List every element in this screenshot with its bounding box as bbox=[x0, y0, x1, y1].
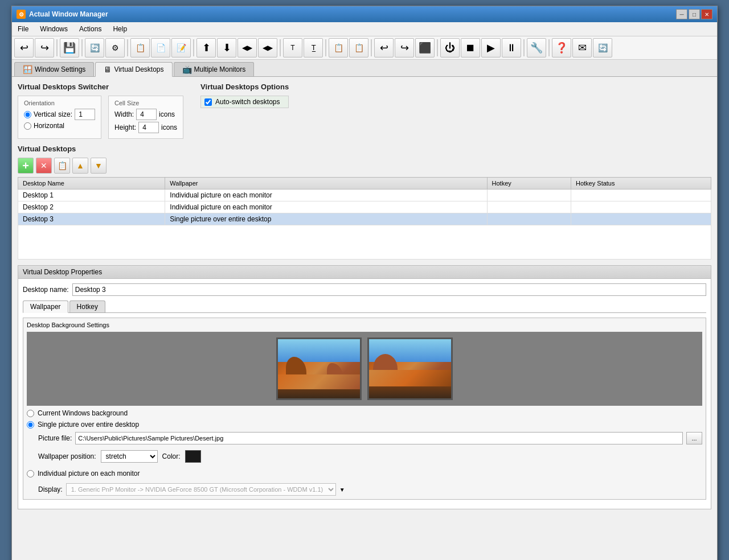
toolbar-right[interactable]: ◀▶ bbox=[258, 38, 277, 57]
tab-hotkey[interactable]: Hotkey bbox=[69, 300, 105, 312]
current-windows-option: Current Windows background bbox=[27, 409, 702, 417]
add-desktop-button[interactable]: + bbox=[18, 158, 34, 174]
single-picture-radio[interactable] bbox=[27, 421, 34, 429]
menu-actions[interactable]: Actions bbox=[73, 23, 107, 35]
main-tabs: 🪟 Window Settings 🖥 Virtual Desktops 📺 M… bbox=[12, 60, 717, 77]
menu-file[interactable]: File bbox=[12, 23, 34, 35]
table-row[interactable]: Desktop 1 Individual picture on each mon… bbox=[18, 190, 711, 201]
desktop-2-wallpaper: Individual picture on each monitor bbox=[165, 201, 487, 213]
height-row: Height: icons bbox=[114, 122, 177, 133]
toolbar-sep-10 bbox=[548, 39, 550, 56]
table-row-selected[interactable]: Desktop 3 Single picture over entire des… bbox=[18, 213, 711, 225]
wallpaper-position-select[interactable]: stretch center tile fit fill bbox=[101, 450, 158, 463]
file-row: Picture file: ... bbox=[38, 432, 702, 444]
toolbar-halt[interactable]: ⏹ bbox=[461, 38, 480, 57]
desktop-1-name: Desktop 1 bbox=[18, 190, 165, 201]
bg-settings-label: Desktop Background Settings bbox=[27, 322, 702, 328]
minimize-button[interactable]: ─ bbox=[676, 9, 687, 19]
current-windows-label: Current Windows background bbox=[38, 409, 128, 417]
virtual-desktops-section: Virtual Desktops + ✕ 📋 ▲ ▼ Desktop Name … bbox=[18, 145, 711, 260]
toolbar-text1[interactable]: T bbox=[283, 38, 302, 57]
toolbar-up[interactable]: ⬆ bbox=[196, 38, 216, 57]
menu-help[interactable]: Help bbox=[107, 23, 133, 35]
tab-wallpaper[interactable]: Wallpaper bbox=[23, 300, 68, 313]
vertical-radio[interactable] bbox=[24, 111, 31, 118]
toolbar-sep-2 bbox=[81, 39, 83, 56]
desktop-bg-section: Desktop Background Settings bbox=[23, 318, 706, 500]
vertical-label: Vertical bbox=[34, 110, 56, 118]
toolbar-help[interactable]: ❓ bbox=[552, 38, 571, 57]
toolbar-edit[interactable]: 📝 bbox=[171, 38, 191, 57]
auto-switch-row: Auto-switch desktops bbox=[200, 96, 289, 108]
height-input[interactable] bbox=[138, 122, 159, 133]
table-row[interactable]: Desktop 2 Individual picture on each mon… bbox=[18, 201, 711, 213]
monitor-1-image bbox=[278, 339, 360, 398]
width-row: Width: icons bbox=[114, 109, 177, 120]
toolbar-down[interactable]: ⬇ bbox=[217, 38, 236, 57]
toolbar-stop[interactable]: ⬛ bbox=[415, 38, 435, 57]
toolbar-sep-5 bbox=[280, 39, 281, 56]
col-desktop-name: Desktop Name bbox=[18, 178, 165, 190]
tab-multiple-monitors[interactable]: 📺 Multiple Monitors bbox=[174, 62, 255, 76]
toolbar-forward[interactable]: ↪ bbox=[395, 38, 414, 57]
menu-windows[interactable]: Windows bbox=[34, 23, 73, 35]
desktop-name-input[interactable] bbox=[72, 283, 706, 296]
toolbar-sync[interactable]: 🔄 bbox=[593, 38, 612, 57]
toolbar-copy[interactable]: 📋 bbox=[130, 38, 150, 57]
toolbar-paste[interactable]: 📄 bbox=[151, 38, 170, 57]
desktop-3-wallpaper: Single picture over entire desktop bbox=[165, 213, 487, 225]
toolbar-power[interactable]: ⏻ bbox=[440, 38, 460, 57]
toolbar-play[interactable]: ▶ bbox=[481, 38, 501, 57]
width-input[interactable] bbox=[136, 109, 157, 120]
color-button[interactable] bbox=[185, 450, 201, 463]
virtual-desktops-title: Virtual Desktops bbox=[18, 145, 711, 153]
height-unit: icons bbox=[161, 123, 177, 131]
toolbar-refresh[interactable]: 🔄 bbox=[85, 38, 104, 57]
toolbar-sep-3 bbox=[127, 39, 128, 56]
toolbar-clip1[interactable]: 📋 bbox=[329, 38, 348, 57]
toolbar-back[interactable]: ↩ bbox=[374, 38, 394, 57]
auto-switch-checkbox[interactable] bbox=[204, 98, 212, 106]
toolbar-settings[interactable]: ⚙ bbox=[105, 38, 125, 57]
height-label: Height: bbox=[114, 123, 136, 131]
window-settings-tab-icon: 🪟 bbox=[23, 65, 32, 74]
display-label: Display: bbox=[38, 485, 63, 493]
remove-desktop-button[interactable]: ✕ bbox=[36, 158, 52, 174]
toolbar-text2[interactable]: T̲ bbox=[304, 38, 323, 57]
individual-radio[interactable] bbox=[27, 470, 34, 477]
horizontal-radio[interactable] bbox=[24, 122, 31, 130]
desktop-name-row: Desktop name: bbox=[23, 283, 706, 296]
toolbar-mail[interactable]: ✉ bbox=[572, 38, 592, 57]
display-row: Display: 1. Generic PnP Monitor -> NVIDI… bbox=[38, 483, 702, 496]
toolbar-undo[interactable]: ↩ bbox=[14, 38, 34, 57]
vd-toolbar: + ✕ 📋 ▲ ▼ bbox=[18, 158, 711, 174]
maximize-button[interactable]: □ bbox=[689, 9, 700, 19]
browse-button[interactable]: ... bbox=[686, 432, 702, 444]
current-windows-radio[interactable] bbox=[27, 410, 34, 417]
toolbar-left[interactable]: ◀▶ bbox=[237, 38, 257, 57]
desktop-2-hotkey bbox=[487, 201, 571, 213]
tab-virtual-desktops[interactable]: 🖥 Virtual Desktops bbox=[95, 62, 172, 77]
display-select[interactable]: 1. Generic PnP Monitor -> NVIDIA GeForce… bbox=[66, 483, 336, 496]
window-settings-tab-label: Window Settings bbox=[35, 65, 85, 73]
auto-switch-label: Auto-switch desktops bbox=[215, 98, 280, 106]
color-label: Color: bbox=[162, 452, 181, 460]
desktop-3-hotkey bbox=[487, 213, 571, 225]
content-area: Virtual Desktops Switcher Orientation Ve… bbox=[12, 77, 717, 560]
toolbar-save[interactable]: 💾 bbox=[60, 38, 79, 57]
switcher-controls: Orientation Vertical size: Horizontal bbox=[18, 96, 183, 139]
picture-file-input[interactable] bbox=[75, 432, 683, 444]
toolbar-tools[interactable]: 🔧 bbox=[527, 38, 546, 57]
desktop-name-label: Desktop name: bbox=[23, 286, 69, 294]
size-input[interactable] bbox=[75, 109, 95, 120]
move-down-button[interactable]: ▼ bbox=[91, 158, 107, 174]
toolbar-pause[interactable]: ⏸ bbox=[502, 38, 521, 57]
toolbar-clip2[interactable]: 📋 bbox=[349, 38, 368, 57]
horizontal-option: Horizontal bbox=[24, 122, 95, 130]
toolbar-redo[interactable]: ↪ bbox=[35, 38, 54, 57]
move-up-button[interactable]: ▲ bbox=[72, 158, 88, 174]
copy-desktop-button[interactable]: 📋 bbox=[54, 158, 70, 174]
close-button[interactable]: ✕ bbox=[701, 9, 712, 19]
properties-header: Virtual Desktop Properties bbox=[18, 266, 711, 279]
tab-window-settings[interactable]: 🪟 Window Settings bbox=[14, 62, 94, 76]
